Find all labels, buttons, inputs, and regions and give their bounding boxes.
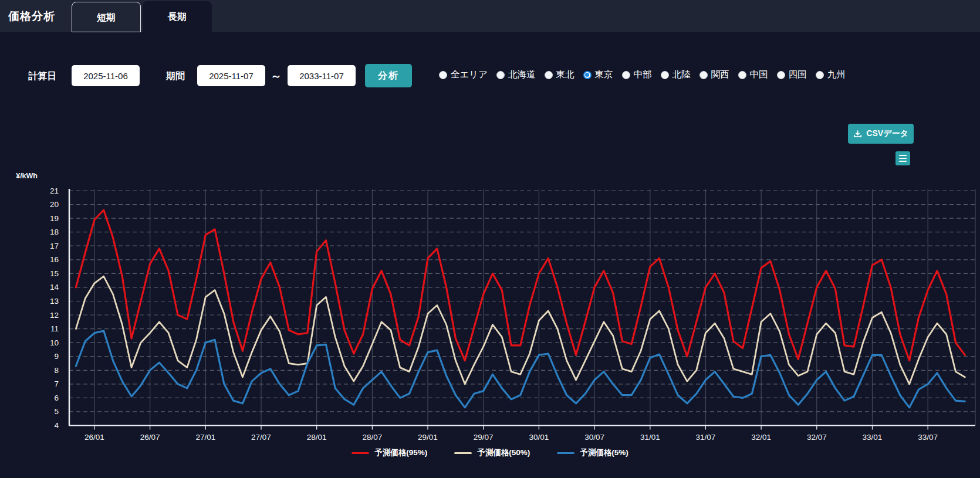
area-radio-option-4[interactable]: 中部 [622,69,652,81]
svg-text:30/01: 30/01 [529,433,549,442]
radio-icon[interactable] [439,71,447,79]
area-radio-option-8[interactable]: 四国 [777,69,807,81]
svg-text:29/07: 29/07 [474,433,494,442]
legend-label: 予測価格(50%) [477,448,530,458]
svg-text:15: 15 [50,269,59,278]
area-radio-label: 九州 [827,69,846,81]
svg-text:26/07: 26/07 [140,433,160,442]
series-line-2 [76,331,965,408]
area-radio-option-9[interactable]: 九州 [816,69,846,81]
hamburger-menu-icon[interactable] [895,151,910,165]
area-radio-label: 北海道 [508,69,536,81]
svg-text:5: 5 [54,407,59,416]
svg-text:8: 8 [54,366,59,375]
x-axis-labels: 26/0126/0727/0127/0728/0128/0729/0129/07… [85,426,938,442]
series-line-1 [76,276,965,384]
svg-text:27/01: 27/01 [195,433,215,442]
radio-icon[interactable] [661,71,669,79]
legend-swatch [352,452,369,454]
tab-short-term[interactable]: 短期 [72,2,141,32]
period-separator: ～ [271,69,282,84]
area-radio-option-5[interactable]: 北陸 [661,69,691,81]
area-radio-option-0[interactable]: 全エリア [439,69,488,81]
svg-text:20: 20 [50,200,59,209]
price-analysis-app: 価格分析 短期 長期 計算日 期間 ～ 分析 全エリア北海道東北東京中部北陸関西… [0,0,980,478]
area-radio-label: 四国 [789,69,807,81]
svg-text:10: 10 [50,338,59,347]
area-radio-label: 東京 [595,69,613,81]
svg-text:14: 14 [50,283,59,291]
svg-text:16: 16 [50,255,59,264]
radio-icon[interactable] [496,71,505,79]
area-radio-label: 北陸 [673,69,691,81]
svg-text:17: 17 [50,242,59,250]
svg-text:31/01: 31/01 [640,433,660,442]
chart-legend: 予測価格(95%)予測価格(50%)予測価格(5%) [0,448,980,458]
legend-item-1[interactable]: 予測価格(50%) [454,448,530,458]
svg-text:32/01: 32/01 [751,433,771,442]
svg-text:19: 19 [50,214,59,223]
svg-text:4: 4 [54,421,59,430]
radio-icon[interactable] [545,71,553,79]
svg-text:28/01: 28/01 [307,433,327,442]
svg-text:31/07: 31/07 [696,433,716,442]
radio-icon[interactable] [777,71,785,79]
download-icon [853,130,862,138]
csv-download-button[interactable]: CSVデータ [848,124,914,144]
area-radio-label: 中部 [634,69,652,81]
svg-text:33/01: 33/01 [863,433,883,442]
svg-text:9: 9 [54,352,59,361]
calc-date-label: 計算日 [28,70,56,83]
radio-selected-icon[interactable] [583,71,592,79]
legend-swatch [557,452,575,454]
vertical-gridlines [94,189,975,426]
radio-icon[interactable] [699,71,708,79]
page-title: 価格分析 [8,9,55,24]
calc-date-input[interactable] [72,65,140,86]
svg-text:27/07: 27/07 [251,433,271,442]
svg-text:11: 11 [50,324,59,333]
csv-button-label: CSVデータ [866,128,908,139]
svg-text:12: 12 [50,311,59,320]
period-end-input[interactable] [288,65,356,86]
area-radio-option-3[interactable]: 東京 [583,69,613,81]
area-radio-option-6[interactable]: 関西 [699,69,729,81]
svg-text:18: 18 [50,228,59,236]
y-axis-labels: 456789101112131415161718192021 [50,187,59,430]
area-radio-label: 全エリア [451,69,488,81]
svg-text:21: 21 [50,187,59,195]
legend-label: 予測価格(95%) [374,448,427,458]
area-radio-label: 東北 [556,69,575,81]
svg-text:13: 13 [50,297,59,306]
legend-item-0[interactable]: 予測価格(95%) [352,448,427,458]
legend-swatch [454,452,472,454]
radio-icon[interactable] [738,71,746,79]
horizontal-gridlines [69,191,975,412]
series-line-0 [76,210,965,361]
radio-icon[interactable] [816,71,824,79]
y-axis-unit-label: ¥/kWh [16,172,38,180]
area-radio-option-2[interactable]: 東北 [545,69,575,81]
radio-icon[interactable] [622,71,630,79]
area-radio-option-7[interactable]: 中国 [738,69,768,81]
svg-text:7: 7 [54,379,59,388]
svg-text:33/07: 33/07 [918,433,938,442]
period-start-input[interactable] [197,65,265,86]
svg-text:32/07: 32/07 [807,433,827,442]
svg-text:6: 6 [54,394,59,402]
analyze-button[interactable]: 分析 [365,64,412,87]
svg-text:28/07: 28/07 [363,433,383,442]
legend-label: 予測価格(5%) [580,448,628,458]
svg-text:29/01: 29/01 [418,433,438,442]
tab-long-term[interactable]: 長期 [143,1,212,32]
area-radio-label: 関西 [711,69,729,81]
area-radio-group: 全エリア北海道東北東京中部北陸関西中国四国九州 [439,69,846,81]
period-label: 期間 [166,70,185,83]
svg-text:30/07: 30/07 [584,433,604,442]
area-radio-label: 中国 [750,69,768,81]
svg-text:26/01: 26/01 [85,433,104,442]
legend-item-2[interactable]: 予測価格(5%) [557,448,628,458]
area-radio-option-1[interactable]: 北海道 [496,69,536,81]
top-bar: 価格分析 短期 長期 [0,0,980,32]
